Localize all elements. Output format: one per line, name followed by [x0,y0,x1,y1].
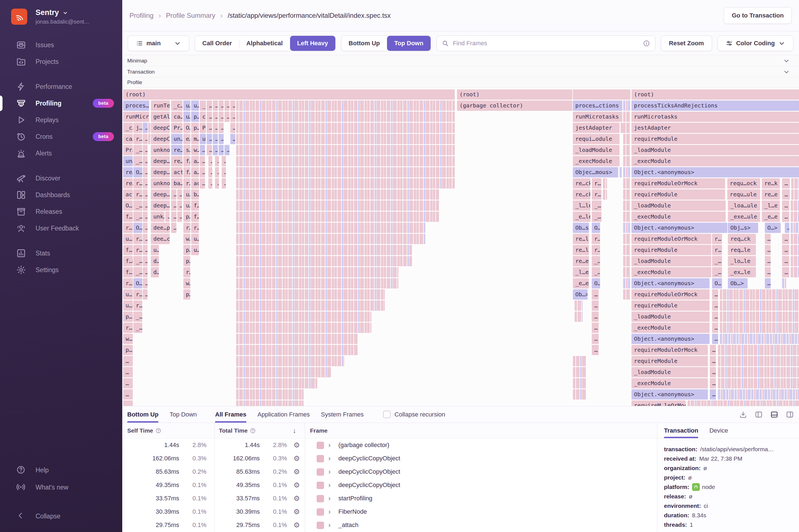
flame-frame[interactable] [236,334,358,344]
sidebar-item-dashboards[interactable]: Dashboards [0,187,122,203]
flame-frame[interactable]: _… [133,323,142,333]
flame-frame[interactable]: _… [592,212,601,222]
flame-frame[interactable]: u… [200,134,206,144]
flame-frame[interactable] [236,145,455,155]
flame-frame[interactable] [623,278,630,288]
flame-frame[interactable]: re…er [171,145,183,155]
flame-frame[interactable] [720,334,799,344]
flame-frame[interactable]: Objec…mous> [573,167,618,177]
flame-frame[interactable]: requireModuleOrMock [631,234,711,244]
flame-frame[interactable]: f…l [183,167,190,177]
flame-frame[interactable]: _… [712,267,722,278]
flame-frame[interactable]: … [177,189,182,200]
flame-frame[interactable]: … [143,178,148,189]
flame-frame[interactable]: _…e [133,145,142,155]
flame-frame[interactable]: requ…ule [727,189,760,200]
flame-frame[interactable]: … [208,178,212,189]
sidebar-item-crons[interactable]: Cronsbeta [0,128,122,145]
flame-frame[interactable]: … [213,123,218,133]
flame-frame[interactable]: requireModule [631,189,725,200]
flame-frame[interactable]: _…e [133,256,142,266]
flame-frame[interactable]: u…y [191,234,199,244]
flame-frame[interactable]: _execModule [631,323,709,333]
flame-frame[interactable]: … [782,256,789,266]
sort-call-order-button[interactable]: Call Order [195,36,239,51]
flame-frame[interactable] [236,378,317,388]
flame-frame[interactable] [720,311,799,322]
flame-frame[interactable]: u…e [183,112,190,122]
flame-frame[interactable]: r… [712,245,722,255]
flame-frame[interactable]: Object.<anonymous> [631,334,709,344]
flame-frame[interactable]: … [230,123,235,133]
flame-frame[interactable]: u…y [183,189,190,200]
flame-frame[interactable]: … [165,212,169,222]
sidebar-item-what-s-new[interactable]: What's new [0,479,122,496]
reset-zoom-button[interactable]: Reset Zoom [661,36,712,51]
flame-frame[interactable]: Ob…> [728,278,748,288]
flame-frame[interactable] [236,278,398,288]
frame-settings-gear-icon[interactable]: ⚙ [291,492,302,505]
flame-frame[interactable]: … [200,178,205,189]
flame-frame[interactable] [236,367,331,377]
flame-frame[interactable]: … [782,234,789,244]
flame-frame[interactable]: r…e [133,245,142,255]
flame-frame[interactable]: … [207,145,212,155]
flame-frame[interactable]: … [592,323,599,333]
panel-tab-transaction[interactable]: Transaction [664,427,698,438]
flame-frame[interactable]: … [215,156,219,166]
flame-frame[interactable]: O…e [183,123,190,133]
flame-frame[interactable]: re…l [573,234,589,244]
flame-frame[interactable]: runMicrotasks [631,112,799,122]
flame-frame[interactable]: … [712,300,718,311]
flame-frame[interactable]: requireModuleOrMock [631,345,708,355]
flame-frame[interactable]: processTicksAndRejections [631,100,799,111]
flame-frame[interactable]: re…e [573,256,589,266]
flame-frame[interactable] [603,178,607,189]
flame-frame[interactable]: … [710,345,716,355]
flame-frame[interactable]: … [710,389,716,400]
column-divider[interactable] [215,423,215,532]
flame-frame[interactable] [236,212,439,222]
flame-frame[interactable]: p… [123,345,133,355]
flame-frame[interactable]: _…e [133,267,142,278]
expand-chevron-icon[interactable]: › [328,478,334,492]
expand-chevron-icon[interactable]: › [328,505,334,518]
flame-frame[interactable] [619,167,622,177]
flame-frame[interactable]: m…d [191,134,199,144]
flame-frame[interactable]: unknown [151,178,170,189]
flame-frame[interactable] [718,389,799,400]
flame-frame[interactable]: O… [712,278,722,288]
flame-frame[interactable]: re…l [573,245,589,255]
flame-frame[interactable]: … [171,212,176,222]
total-time-column-header[interactable]: Total Time [219,423,256,438]
flame-frame[interactable]: _… [712,256,722,266]
flame-frame[interactable]: f…e [191,201,199,211]
flame-frame[interactable] [621,123,623,133]
flame-frame[interactable] [573,90,630,100]
flame-frame[interactable] [791,267,799,278]
flame-frame[interactable]: r… [592,189,601,200]
flame-frame[interactable]: … [143,145,148,155]
flame-frame[interactable]: … [143,245,148,255]
flame-frame[interactable] [603,189,607,200]
flame-frame[interactable] [573,367,587,377]
flame-frame[interactable]: … [143,289,148,300]
flame-frame[interactable] [236,189,439,200]
flame-frame[interactable]: … [123,367,133,377]
org-switcher[interactable]: Sentry jonas.badalic@sent… [0,0,122,25]
flame-frame[interactable] [623,100,630,111]
flame-frame[interactable] [123,400,133,406]
flame-frame[interactable]: deep…Copy [151,189,170,200]
flame-frame[interactable] [236,167,455,177]
flame-frame[interactable]: _… [592,256,600,266]
flame-frame[interactable]: … [207,134,212,144]
flame-frame[interactable]: O…> [133,278,142,288]
table-row[interactable]: 29.75ms0.1%29.75ms0.1%⚙›_attach [122,518,657,532]
flame-frame[interactable]: f…l [123,245,133,255]
sort-left-heavy-button[interactable]: Left Heavy [290,36,335,51]
flame-frame[interactable]: c… [200,112,206,122]
flame-frame[interactable]: r…c [183,223,190,233]
flame-frame[interactable]: _execModule [631,156,799,166]
flame-frame[interactable]: … [123,378,133,388]
flame-frame[interactable]: Object.<anonymous> [631,278,709,288]
